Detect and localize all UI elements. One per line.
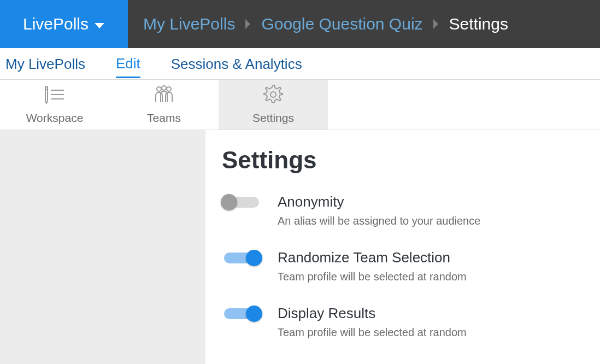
chevron-right-icon — [245, 15, 251, 33]
setting-title: Display Results — [278, 305, 467, 322]
tab-label: Settings — [252, 111, 294, 125]
nav-my-livepolls[interactable]: My LivePolls — [5, 50, 85, 77]
setting-desc: An alias will be assigned to your audien… — [278, 215, 480, 227]
nav-edit[interactable]: Edit — [116, 50, 140, 78]
svg-point-5 — [167, 87, 171, 91]
tab-settings[interactable]: Settings — [219, 80, 328, 130]
team-icon — [152, 85, 175, 107]
breadcrumb: My LivePolls Google Question Quiz Settin… — [128, 0, 600, 48]
setting-title: Randomize Team Selection — [278, 249, 467, 266]
tab-teams[interactable]: Teams — [109, 80, 219, 130]
toggle-randomize-team[interactable] — [222, 250, 261, 267]
side-gutter — [0, 130, 205, 364]
breadcrumb-quiz[interactable]: Google Question Quiz — [261, 15, 422, 33]
nav-sessions-analytics[interactable]: Sessions & Analytics — [171, 50, 302, 77]
tab-workspace[interactable]: Workspace — [0, 80, 109, 130]
main-panel: Settings Anonymity An alias will be assi… — [205, 130, 600, 364]
brand-label: LivePolls — [23, 15, 89, 33]
svg-point-3 — [157, 87, 161, 91]
toggle-knob — [221, 194, 237, 210]
setting-text: Randomize Team Selection Team profile wi… — [278, 249, 467, 283]
chevron-right-icon — [433, 15, 439, 33]
caret-down-icon — [94, 15, 105, 33]
primary-nav: My LivePolls Edit Sessions & Analytics — [0, 48, 600, 80]
breadcrumb-current: Settings — [449, 15, 508, 33]
content-area: Settings Anonymity An alias will be assi… — [0, 130, 600, 364]
pencil-list-icon — [43, 85, 66, 107]
setting-text: Display Results Team profile will be sel… — [278, 305, 467, 339]
tab-label: Teams — [147, 111, 181, 125]
setting-desc: Team profile will be selected at random — [278, 326, 467, 339]
brand-dropdown[interactable]: LivePolls — [0, 0, 128, 48]
tab-label: Workspace — [26, 111, 84, 125]
setting-randomize-team: Randomize Team Selection Team profile wi… — [222, 249, 584, 283]
breadcrumb-my-livepolls[interactable]: My LivePolls — [143, 15, 235, 33]
svg-point-4 — [162, 86, 166, 90]
toggle-knob — [246, 250, 262, 266]
setting-text: Anonymity An alias will be assigned to y… — [278, 193, 480, 227]
setting-display-results: Display Results Team profile will be sel… — [222, 305, 584, 339]
secondary-nav: Workspace Teams Settings — [0, 80, 600, 130]
topbar: LivePolls My LivePolls Google Question Q… — [0, 0, 600, 48]
toggle-display-results[interactable] — [222, 306, 261, 322]
svg-point-6 — [270, 92, 276, 97]
setting-anonymity: Anonymity An alias will be assigned to y… — [222, 193, 584, 227]
setting-desc: Team profile will be selected at random — [278, 271, 467, 283]
toggle-anonymity[interactable] — [222, 195, 261, 211]
setting-title: Anonymity — [278, 193, 480, 210]
page-title: Settings — [222, 146, 584, 174]
toggle-knob — [246, 306, 262, 322]
gear-icon — [262, 85, 285, 107]
